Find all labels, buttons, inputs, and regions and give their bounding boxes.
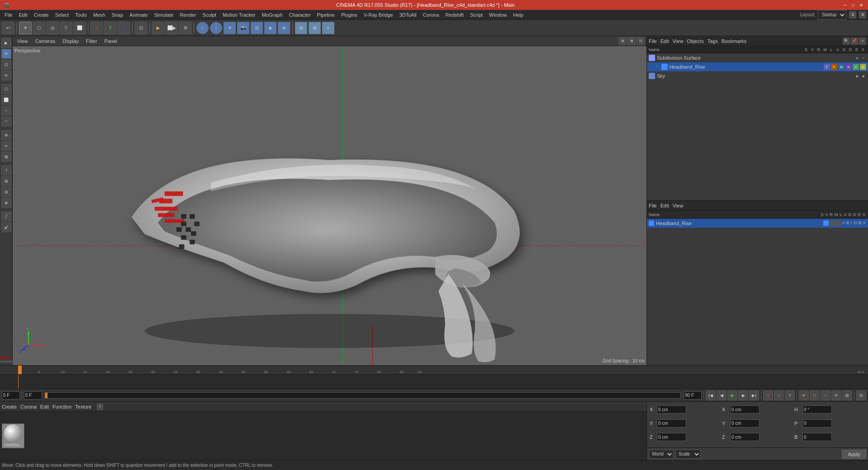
vp-view-menu[interactable]: View (14, 38, 31, 45)
menu-mesh[interactable]: Mesh (90, 11, 108, 19)
obj-tags-menu[interactable]: Tags (708, 38, 718, 44)
attr-edit-menu[interactable]: Edit (660, 203, 669, 208)
render-button[interactable]: ▶ (152, 22, 165, 34)
tool-a[interactable]: ⊞ (295, 22, 307, 34)
iron-tool[interactable]: ⊟ (1, 187, 11, 197)
menu-mograph[interactable]: MoGraph (259, 11, 285, 19)
menu-edit[interactable]: Edit (16, 11, 30, 19)
h-input[interactable] (802, 405, 832, 414)
vp-icon-3[interactable]: ⊡ (637, 37, 645, 45)
key-btn-3[interactable]: ○ (821, 390, 830, 400)
obj-objects-menu[interactable]: Objects (687, 38, 703, 44)
minimize-button[interactable]: ─ (842, 2, 848, 8)
attr-vis-2[interactable] (830, 221, 835, 226)
obj-row-sky[interactable]: Sky ■ ■ (647, 71, 868, 80)
layout-selector[interactable]: Startup (818, 10, 846, 20)
menu-character[interactable]: Character (286, 11, 313, 19)
menu-vray[interactable]: V-Ray Bridge (361, 11, 396, 19)
z-pos-input[interactable] (657, 433, 686, 441)
menu-plugins[interactable]: Plugins (338, 11, 360, 19)
object-mode-button[interactable]: ✛ (19, 22, 32, 34)
obj-edit-menu[interactable]: Edit (660, 38, 669, 44)
point-mode-button[interactable]: ⬡ (33, 22, 45, 34)
b-input[interactable] (802, 433, 832, 441)
menu-3dtoall[interactable]: 3DToAll (396, 11, 419, 19)
viewport[interactable]: View Cameras Display Filter Panel ⊞ ⊠ ⊡ … (13, 36, 646, 365)
menu-snap[interactable]: Snap (109, 11, 126, 19)
select-button[interactable]: ⊡ (135, 22, 147, 34)
tool-b[interactable]: ⊠ (308, 22, 321, 34)
timeline-content[interactable] (0, 375, 868, 389)
mat-texture-tab[interactable]: Texture (75, 404, 91, 409)
tweak-tool[interactable]: ⊠ (1, 152, 11, 162)
obj-file-menu[interactable]: File (649, 38, 657, 44)
menu-animate[interactable]: Animate (127, 11, 151, 19)
menu-window[interactable]: Window (486, 11, 509, 19)
mat-create-tab[interactable]: Create (2, 404, 17, 409)
play-button[interactable]: ▶ (727, 390, 737, 400)
menu-sculpt[interactable]: Sculpt (200, 11, 219, 19)
obj-search-btn[interactable]: 🔍 (843, 38, 850, 45)
mat-function-tab[interactable]: Function (52, 404, 71, 409)
tag-6[interactable]: H (860, 64, 866, 70)
camera-tool[interactable]: 📷 (237, 22, 250, 34)
magnet-tool[interactable]: ⊕ (1, 198, 11, 208)
cube-tool[interactable]: □ (196, 22, 209, 34)
obj-vis-sky1[interactable]: ■ (854, 73, 860, 79)
menu-pipeline[interactable]: Pipeline (314, 11, 337, 19)
obj-pin-btn[interactable]: 📌 (851, 38, 858, 45)
scale-tool[interactable]: ⊡ (1, 60, 11, 70)
polygon-mode-button[interactable]: ▽ (60, 22, 72, 34)
obj-vis-s1[interactable]: ■ (854, 55, 860, 61)
menu-render[interactable]: Render (177, 11, 199, 19)
attr-vis-1[interactable] (823, 221, 829, 226)
coord-mode-select[interactable]: World Object (649, 450, 674, 459)
obj-vis-sky2[interactable]: ■ (861, 73, 866, 79)
move-tool[interactable]: ✛ (1, 49, 11, 59)
menu-redshift[interactable]: Redshift (443, 11, 466, 19)
x-axis-button[interactable]: X (90, 22, 103, 34)
menu-script[interactable]: Script (467, 11, 486, 19)
current-frame-input[interactable] (2, 391, 20, 400)
tool-c[interactable]: ≡ (322, 22, 335, 34)
question-btn[interactable]: ? (785, 390, 795, 400)
rotate-tool[interactable]: ↻ (1, 70, 11, 80)
end-frame-input[interactable] (684, 391, 702, 400)
next-frame-button[interactable]: ▶ (738, 390, 748, 400)
render-settings-button[interactable]: ⚙ (179, 22, 192, 34)
attr-row-headband[interactable]: Headband_Rise ≡ ⊞ ○ ⊟ ⊠ ✕ (647, 219, 868, 228)
attr-vis-9[interactable]: ✕ (863, 221, 866, 226)
vp-icon-1[interactable]: ⊞ (618, 37, 627, 45)
attr-vis-8[interactable]: ⊠ (858, 221, 862, 226)
obj-more-btn[interactable]: ≡ (859, 38, 866, 45)
timeline-scrubber[interactable] (45, 392, 681, 399)
go-end-button[interactable]: ▶| (749, 390, 759, 400)
record-object-button[interactable]: ○ (774, 390, 784, 400)
obj-bookmarks-menu[interactable]: Bookmarks (722, 38, 746, 44)
deformer-tool[interactable]: ⊛ (278, 22, 290, 34)
key-btn-1[interactable]: ✛ (799, 390, 809, 400)
key-btn-4[interactable]: P (831, 390, 841, 400)
light-tool[interactable]: ☀ (223, 22, 236, 34)
go-start-button[interactable]: |◀ (706, 390, 716, 400)
menu-create[interactable]: Create (31, 11, 52, 19)
spline-tool[interactable]: ╱ (1, 212, 11, 221)
tag-2[interactable]: P (831, 64, 837, 70)
vp-icon-2[interactable]: ⊠ (627, 37, 636, 45)
obj-vis-check1[interactable]: ✓ (861, 55, 866, 61)
menu-select[interactable]: Select (52, 11, 72, 19)
edge-mode-button[interactable]: ◎ (46, 22, 59, 34)
z-right-input[interactable] (730, 433, 760, 441)
vp-filter-menu[interactable]: Filter (83, 38, 99, 45)
maximize-button[interactable]: □ (850, 2, 856, 8)
y-right-input[interactable] (730, 419, 760, 428)
render-region-button[interactable]: ⬜▶ (165, 22, 178, 34)
attr-vis-7[interactable]: ⊟ (854, 221, 857, 226)
floor-tool[interactable]: ⊟ (250, 22, 263, 34)
vp-display-menu[interactable]: Display (60, 38, 81, 45)
obj-row-headband[interactable]: └ Headband_Rise T P W N V H (647, 62, 868, 71)
obj-row-subdivision[interactable]: Subdivision Surface ■ ✓ (647, 53, 868, 62)
sphere-tool[interactable]: ○ (210, 22, 222, 34)
live-selection[interactable]: ⬡ (1, 84, 11, 94)
model-mode-button[interactable]: ⬜ (73, 22, 86, 34)
